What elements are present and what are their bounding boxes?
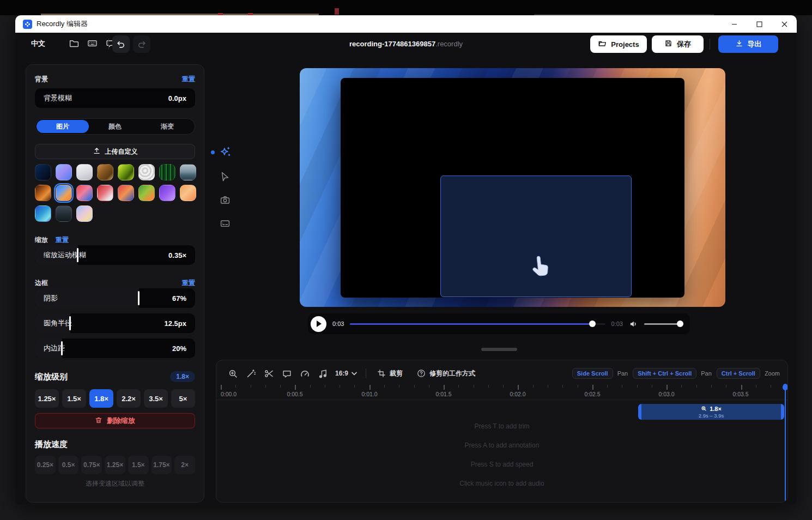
frame-reset-link[interactable]: 重置 [182, 279, 195, 288]
segment-left-handle[interactable] [638, 404, 641, 420]
caption-tool-icon[interactable] [219, 217, 232, 230]
background-thumbnail[interactable] [35, 185, 51, 201]
speed-option[interactable]: 1.25× [105, 456, 125, 474]
background-thumbnail[interactable] [138, 164, 155, 180]
magic-wand-icon[interactable] [245, 368, 256, 379]
background-tab[interactable]: 图片 [37, 120, 89, 133]
background-thumbnail[interactable] [180, 164, 196, 180]
background-thumbnail[interactable] [97, 164, 113, 180]
frame-slider[interactable]: 内边距 20% [35, 338, 195, 358]
background-thumbnail[interactable] [159, 164, 175, 180]
slider-label: 阴影 [35, 293, 172, 303]
zoom-level-title: 缩放级别 [35, 372, 68, 382]
annotation-icon[interactable] [281, 368, 292, 379]
slider-value: 0.0px [168, 94, 195, 102]
effects-tool-icon[interactable] [219, 146, 232, 159]
close-button[interactable] [772, 15, 797, 33]
zoom-reset-link[interactable]: 重置 [56, 235, 69, 245]
crop-button[interactable]: 裁剪 [377, 369, 403, 378]
speed-option[interactable]: 0.75× [81, 456, 102, 474]
frame-slider[interactable]: 阴影 67% [35, 288, 195, 308]
minimize-button[interactable] [722, 15, 747, 33]
projects-button[interactable]: Projects [590, 35, 647, 53]
volume-icon[interactable] [629, 319, 638, 329]
background-thumbnail[interactable] [56, 205, 72, 222]
timeline-playhead[interactable] [785, 385, 786, 502]
speed-option[interactable]: 0.5× [58, 456, 79, 474]
panel-resize-handle[interactable] [481, 348, 517, 351]
slider-label: 背景模糊 [35, 93, 168, 103]
preview-canvas[interactable] [300, 68, 725, 307]
ruler-label: 0:03.5 [732, 391, 748, 397]
background-thumbnail[interactable] [35, 164, 51, 180]
background-thumbnail[interactable] [118, 185, 134, 201]
background-tab[interactable]: 颜色 [89, 120, 141, 133]
aspect-ratio-dropdown[interactable]: 16:9 [335, 370, 357, 377]
timeline-hint: Press A to add annotation [465, 442, 540, 449]
zoom-level-option[interactable]: 3.5× [144, 389, 168, 408]
frame-slider[interactable]: 圆角半径 12.5px [35, 313, 195, 333]
undo-button[interactable] [112, 35, 130, 53]
language-toggle[interactable]: 中文 [31, 39, 45, 49]
zoom-level-option[interactable]: 1.5× [62, 389, 86, 408]
zoom-level-option[interactable]: 1.8× [89, 389, 113, 408]
timeline-ruler[interactable]: 0:00.00:00.50:01.00:01.50:02.00:02.50:03… [216, 385, 787, 400]
slider-value: 12.5px [165, 319, 195, 328]
background-thumbnail[interactable] [118, 164, 134, 180]
cursor-tool-icon[interactable] [218, 170, 231, 183]
slider-label: 圆角半径 [35, 318, 165, 328]
document-name: recording-1774861369857 [349, 40, 435, 48]
zoom-level-option[interactable]: 1.25× [35, 389, 59, 408]
maximize-button[interactable] [747, 15, 772, 33]
aspect-ratio-value: 16:9 [335, 370, 348, 377]
timeline-zoom-in-icon[interactable] [227, 368, 238, 379]
background-thumbnail[interactable] [76, 205, 93, 222]
background-tab[interactable]: 渐变 [141, 120, 193, 133]
zoom-level-option[interactable]: 5× [171, 389, 195, 408]
upload-custom-button[interactable]: 上传自定义 [35, 144, 195, 159]
background-thumbnail[interactable] [76, 164, 93, 180]
speed-gauge-icon[interactable] [299, 368, 310, 379]
slider-value: 67% [172, 294, 195, 303]
ruler-label: 0:02.5 [584, 391, 600, 397]
save-button[interactable]: 保存 [652, 35, 704, 53]
speed-options: 0.25×0.5×0.75×1.25×1.5×1.75×2× [35, 456, 195, 474]
progress-fill [350, 323, 592, 325]
background-thumbnail[interactable] [159, 185, 175, 201]
volume-slider[interactable] [644, 321, 683, 327]
scissors-icon[interactable] [263, 368, 274, 379]
zoom-level-option[interactable]: 2.2× [117, 389, 141, 408]
background-thumbnail[interactable] [97, 185, 113, 201]
speed-option[interactable]: 0.25× [35, 456, 56, 474]
trim-help-button[interactable]: 修剪的工作方式 [417, 369, 475, 378]
background-thumbnail[interactable] [56, 164, 72, 180]
progress-knob[interactable] [589, 321, 596, 327]
background-thumbnail[interactable] [76, 185, 93, 201]
timeline-zoom-segment[interactable]: 1.8× 2.9s – 3.9s [638, 404, 784, 420]
background-thumbnail[interactable] [138, 185, 155, 201]
export-button[interactable]: 导出 [718, 35, 778, 53]
open-folder-icon[interactable] [69, 38, 79, 51]
redo-button[interactable] [133, 35, 150, 53]
speed-option[interactable]: 1.5× [128, 456, 149, 474]
background-reset-link[interactable]: 重置 [182, 75, 195, 84]
frame-section-title: 边框 [35, 279, 48, 288]
ruler-label: 0:00.0 [221, 391, 237, 397]
background-thumbnails [35, 164, 196, 222]
segment-right-handle[interactable] [781, 404, 784, 420]
volume-knob[interactable] [677, 321, 683, 327]
delete-zoom-button[interactable]: 删除缩放 [35, 413, 195, 428]
music-icon[interactable] [317, 368, 328, 379]
speed-option[interactable]: 2× [174, 456, 195, 474]
shortcut-keys: Shift + Ctrl + Scroll [633, 368, 696, 379]
background-thumbnail[interactable] [35, 205, 51, 222]
background-thumbnail[interactable] [56, 185, 72, 201]
keyboard-shortcuts-icon[interactable] [87, 38, 98, 51]
background-thumbnail[interactable] [180, 185, 196, 201]
speed-option[interactable]: 1.75× [152, 456, 172, 474]
play-button[interactable] [311, 316, 326, 332]
zoom-motion-blur-slider[interactable]: 缩放运动模糊 0.35× [35, 245, 195, 265]
background-blur-slider[interactable]: 背景模糊 0.0px [35, 88, 195, 108]
camera-tool-icon[interactable] [219, 194, 232, 207]
progress-slider[interactable] [350, 321, 605, 327]
